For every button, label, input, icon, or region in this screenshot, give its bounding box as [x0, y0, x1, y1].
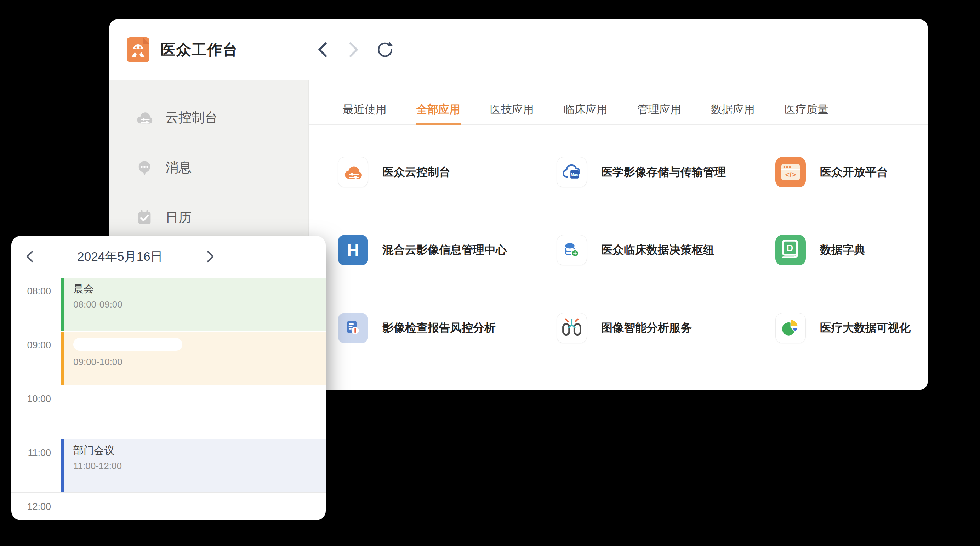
- half-hour-gridline: [61, 412, 326, 412]
- time-label: 12:00: [11, 501, 51, 512]
- back-button[interactable]: [314, 41, 331, 58]
- cloud-console-icon: [135, 109, 153, 126]
- cloud-mas-icon: Mas: [560, 161, 584, 184]
- app-clinical-data-hub[interactable]: 医众临床数据决策枢纽: [557, 235, 775, 265]
- chevron-left-icon: [25, 250, 34, 263]
- time-label: 09:00: [11, 340, 51, 351]
- hour-slot-1000: 10:00: [11, 385, 326, 439]
- calendar-date-label: 2024年5月16日: [37, 248, 203, 265]
- letter-h-icon: H: [338, 235, 368, 265]
- app-label: 医众临床数据决策枢纽: [601, 243, 714, 258]
- app-data-dictionary[interactable]: D 数据字典: [775, 235, 928, 265]
- event-time: 11:00-12:00: [73, 461, 326, 472]
- sidebar-item-label: 消息: [165, 159, 191, 176]
- pie-chart-icon: [779, 316, 802, 340]
- browser-nav: [314, 19, 393, 80]
- calendar-icon: [135, 209, 153, 227]
- window-title: 医众工作台: [161, 40, 238, 59]
- app-open-platform[interactable]: </> 医众开放平台: [775, 157, 928, 187]
- hour-slot-1100: 11:00 部门会议 11:00-12:00: [11, 439, 326, 492]
- messages-icon: [135, 159, 153, 176]
- tab-all-apps[interactable]: 全部应用: [416, 102, 460, 117]
- calendar-day-view: 08:00 晨会 08:00-09:00 09:00 09:00-10:00 1…: [11, 277, 326, 520]
- apps-content: 最近使用 全部应用 医技应用 临床应用 管理应用 数据应用 医疗质量: [309, 80, 928, 390]
- tab-clinical-apps[interactable]: 临床应用: [564, 102, 608, 117]
- event-time: 08:00-09:00: [73, 299, 326, 310]
- event-department-meeting[interactable]: 部门会议 11:00-12:00: [61, 439, 326, 492]
- calendar-popup: 2024年5月16日 08:00 晨会 08:00-09:00 09:00: [11, 236, 326, 520]
- app-report-risk-analysis[interactable]: 影像检查报告风控分析: [338, 313, 557, 343]
- time-label: 08:00: [11, 286, 51, 297]
- app-bigdata-visualization[interactable]: 医疗大数据可视化: [775, 313, 928, 343]
- svg-text:D: D: [787, 243, 794, 253]
- cloud-sliders-icon: [343, 162, 363, 182]
- sidebar-item-calendar[interactable]: 日历: [110, 208, 309, 227]
- app-label: 混合云影像信息管理中心: [382, 243, 507, 258]
- apps-grid: 医众云控制台 Mas 医学影像存储与传输管理: [338, 157, 928, 390]
- event-title: 部门会议: [73, 444, 326, 457]
- screenshot-canvas: 医众工作台: [0, 0, 980, 546]
- app-hybrid-cloud-imaging[interactable]: H 混合云影像信息管理中心: [338, 235, 557, 265]
- event-time: 09:00-10:00: [73, 356, 326, 367]
- svg-text:Mas: Mas: [571, 172, 578, 177]
- app-category-tabs: 最近使用 全部应用 医技应用 临床应用 管理应用 数据应用 医疗质量: [309, 80, 928, 125]
- tab-data-apps[interactable]: 数据应用: [711, 102, 755, 117]
- app-label: 图像智能分析服务: [601, 320, 692, 336]
- svg-text:</>: </>: [785, 171, 796, 179]
- sidebar-item-label: 云控制台: [165, 109, 218, 126]
- tab-medtech-apps[interactable]: 医技应用: [490, 102, 534, 117]
- svg-text:H: H: [347, 241, 360, 260]
- tab-quality[interactable]: 医疗质量: [784, 102, 829, 117]
- calendar-prev-day-button[interactable]: [23, 249, 37, 263]
- dictionary-book-icon: D: [775, 235, 806, 265]
- hour-slot-0900: 09:00 09:00-10:00: [11, 331, 326, 385]
- refresh-button[interactable]: [376, 41, 393, 58]
- hour-slot-0800: 08:00 晨会 08:00-09:00: [11, 277, 326, 331]
- code-window-icon: </>: [775, 157, 806, 187]
- refresh-icon: [376, 41, 393, 59]
- app-label: 影像检查报告风控分析: [382, 320, 496, 336]
- chevron-right-icon: [348, 42, 359, 58]
- event-redacted[interactable]: 09:00-10:00: [61, 332, 326, 385]
- window-header: 医众工作台: [110, 19, 928, 80]
- time-label: 11:00: [11, 447, 51, 458]
- hour-slot-1200: 12:00: [11, 492, 326, 520]
- app-imaging-storage[interactable]: Mas 医学影像存储与传输管理: [557, 157, 775, 187]
- sidebar-item-label: 日历: [165, 209, 191, 227]
- forward-button[interactable]: [345, 41, 362, 58]
- sidebar-item-messages[interactable]: 消息: [110, 158, 309, 177]
- app-label: 医疗大数据可视化: [820, 320, 911, 336]
- app-label: 医学影像存储与传输管理: [601, 164, 726, 180]
- chevron-right-icon: [206, 250, 215, 263]
- report-alert-icon: [341, 316, 365, 340]
- app-label: 医众云控制台: [382, 164, 450, 180]
- tab-recent[interactable]: 最近使用: [343, 102, 387, 117]
- app-logo-icon: [127, 37, 150, 62]
- calendar-next-day-button[interactable]: [203, 249, 217, 263]
- calendar-header: 2024年5月16日: [11, 236, 326, 277]
- redacted-event-title: [73, 338, 182, 351]
- app-label: 数据字典: [820, 243, 865, 258]
- app-image-ai-analysis[interactable]: 图像智能分析服务: [557, 313, 775, 343]
- event-title: 晨会: [73, 283, 326, 295]
- chevron-left-icon: [317, 42, 328, 58]
- lungs-icon: [559, 316, 584, 340]
- app-label: 医众开放平台: [820, 164, 888, 180]
- app-cloud-console[interactable]: 医众云控制台: [338, 157, 557, 187]
- sidebar-item-cloud-console[interactable]: 云控制台: [110, 108, 309, 128]
- tab-admin-apps[interactable]: 管理应用: [637, 102, 681, 117]
- event-morning-meeting[interactable]: 晨会 08:00-09:00: [61, 278, 326, 331]
- database-plus-icon: [560, 238, 584, 262]
- time-label: 10:00: [11, 394, 51, 405]
